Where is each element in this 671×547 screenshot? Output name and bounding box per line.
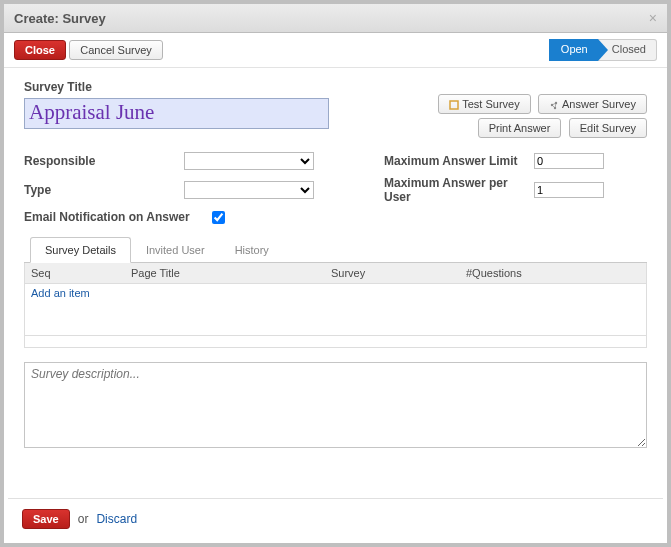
survey-description-textarea[interactable]	[24, 362, 647, 448]
edit-survey-button[interactable]: Edit Survey	[569, 118, 647, 138]
svg-rect-0	[450, 101, 458, 109]
cancel-survey-button[interactable]: Cancel Survey	[69, 40, 163, 60]
save-button[interactable]: Save	[22, 509, 70, 529]
answer-survey-button[interactable]: Answer Survey	[538, 94, 647, 114]
footer: Save or Discard	[8, 498, 663, 539]
max-per-user-input[interactable]	[534, 182, 604, 198]
col-page-title: Page Title	[125, 263, 325, 283]
close-icon[interactable]: ×	[649, 10, 657, 26]
list-spacer	[24, 336, 647, 348]
dialog-titlebar: Create: Survey ×	[4, 4, 667, 33]
max-limit-label: Maximum Answer Limit	[384, 154, 534, 168]
email-notif-checkbox[interactable]	[212, 211, 225, 224]
add-item-link[interactable]: Add an item	[31, 287, 90, 299]
test-icon	[449, 100, 459, 110]
dialog-title: Create: Survey	[14, 11, 106, 26]
col-seq: Seq	[25, 263, 125, 283]
discard-link[interactable]: Discard	[96, 512, 137, 526]
list-header: Seq Page Title Survey #Questions	[24, 263, 647, 284]
col-questions: #Questions	[460, 263, 620, 283]
test-survey-button[interactable]: Test Survey	[438, 94, 530, 114]
email-notif-label: Email Notification on Answer	[24, 210, 324, 224]
tab-invited-user[interactable]: Invited User	[131, 237, 220, 263]
close-button[interactable]: Close	[14, 40, 66, 60]
tab-history[interactable]: History	[220, 237, 284, 263]
survey-title-input[interactable]	[24, 98, 329, 129]
col-survey: Survey	[325, 263, 460, 283]
type-label: Type	[24, 183, 184, 197]
responsible-select[interactable]	[184, 152, 314, 170]
tab-survey-details[interactable]: Survey Details	[30, 237, 131, 263]
survey-title-label: Survey Title	[24, 80, 329, 94]
or-text: or	[78, 512, 89, 526]
responsible-label: Responsible	[24, 154, 184, 168]
list-body: Add an item	[24, 284, 647, 336]
answer-icon	[549, 100, 559, 110]
status-bar: Open Closed	[549, 39, 657, 61]
print-answer-button[interactable]: Print Answer	[478, 118, 562, 138]
status-open[interactable]: Open	[549, 39, 598, 61]
max-per-user-label: Maximum Answer per User	[384, 176, 534, 204]
max-limit-input[interactable]	[534, 153, 604, 169]
toolbar: Close Cancel Survey Open Closed	[4, 33, 667, 68]
type-select[interactable]	[184, 181, 314, 199]
tabstrip: Survey Details Invited User History	[24, 236, 647, 263]
